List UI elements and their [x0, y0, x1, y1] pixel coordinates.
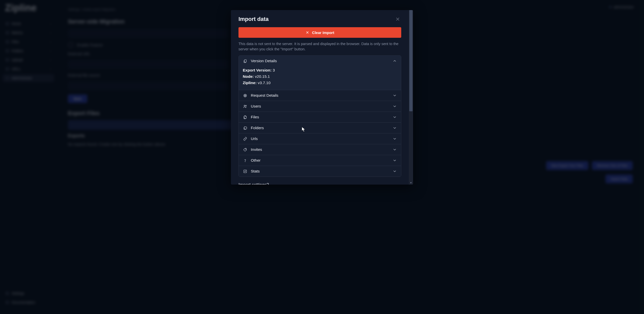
svg-point-5	[246, 105, 247, 106]
svg-point-4	[244, 105, 245, 106]
accordion-header-files[interactable]: Files	[239, 112, 401, 122]
accordion-users: Users	[239, 101, 401, 112]
accordion-header-version-details[interactable]: Version Details	[239, 56, 401, 66]
import-settings-heading: Import settings?	[238, 182, 401, 185]
accordion-version-details: Version Details Export Version: 3	[239, 56, 401, 90]
accordion-header-stats[interactable]: Stats	[239, 166, 401, 177]
users-icon	[243, 104, 247, 109]
svg-point-3	[245, 95, 245, 96]
modal-title: Import data	[238, 16, 269, 22]
accordion-stats: Stats	[239, 166, 401, 177]
question-icon	[243, 158, 247, 163]
folders-icon	[243, 126, 247, 130]
svg-point-7	[245, 161, 245, 162]
chevron-down-icon	[392, 115, 397, 119]
accordion-files: Files	[239, 112, 401, 123]
stats-icon	[243, 169, 247, 173]
x-icon	[305, 30, 309, 34]
accordion-label: Request Details	[251, 93, 278, 98]
accordion-label: Files	[251, 115, 259, 119]
svg-rect-0	[244, 59, 246, 62]
accordion-label: Other	[251, 158, 261, 163]
scroll-thumb[interactable]	[409, 10, 413, 111]
accordion-label: Version Details	[251, 59, 277, 63]
accordion-header-folders[interactable]: Folders	[239, 123, 401, 133]
link-icon	[243, 136, 247, 141]
accordion-label: Invites	[251, 147, 262, 152]
accordion-label: Users	[251, 104, 261, 109]
chevron-down-icon	[392, 136, 397, 141]
files-icon	[243, 115, 247, 119]
accordion-folders: Folders	[239, 123, 401, 133]
accordion-request-details: Request Details	[239, 90, 401, 101]
accordion-header-users[interactable]: Users	[239, 101, 401, 112]
chevron-down-icon	[392, 147, 397, 152]
close-button[interactable]	[394, 16, 401, 23]
modal-scrollbar[interactable]: ▲ ▼	[409, 10, 413, 185]
chevron-down-icon	[392, 169, 397, 173]
target-icon	[243, 93, 247, 98]
scroll-down-arrow-icon[interactable]: ▼	[409, 181, 413, 185]
version-details-body: Export Version: 3 Node: v20.15.1 Zipline…	[239, 66, 401, 90]
import-modal: Import data Clear Import This data is no…	[231, 10, 413, 185]
chevron-down-icon	[392, 93, 397, 98]
clear-import-button[interactable]: Clear Import	[238, 27, 401, 38]
accordion-urls: Urls	[239, 133, 401, 144]
versions-icon	[243, 59, 247, 63]
accordion-label: Stats	[251, 169, 260, 173]
accordion-header-invites[interactable]: Invites	[239, 144, 401, 155]
svg-point-6	[246, 149, 246, 149]
accordion-header-urls[interactable]: Urls	[239, 133, 401, 144]
modal-info-text: This data is not sent to the server. It …	[238, 41, 401, 52]
accordion-header-other[interactable]: Other	[239, 155, 401, 166]
import-accordion: Version Details Export Version: 3	[238, 55, 401, 177]
accordion-header-request-details[interactable]: Request Details	[239, 90, 401, 101]
accordion-label: Folders	[251, 126, 264, 130]
modal-overlay[interactable]: Import data Clear Import This data is no…	[0, 0, 644, 314]
chevron-up-icon	[392, 59, 397, 63]
chevron-down-icon	[392, 104, 397, 109]
clear-import-label: Clear Import	[312, 30, 334, 35]
tag-icon	[243, 147, 247, 152]
accordion-invites: Invites	[239, 144, 401, 155]
chevron-down-icon	[392, 158, 397, 163]
accordion-label: Urls	[251, 136, 258, 141]
chevron-down-icon	[392, 126, 397, 130]
close-icon	[395, 16, 400, 22]
accordion-other: Other	[239, 155, 401, 166]
